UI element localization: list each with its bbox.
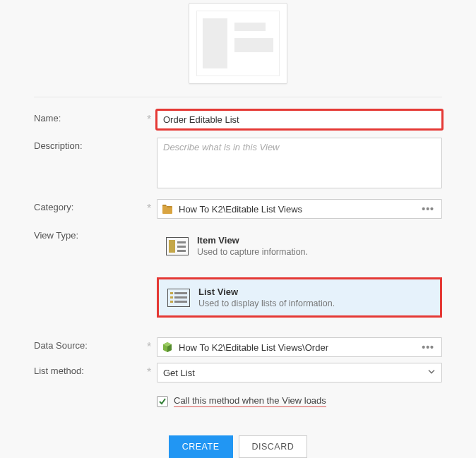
data-source-picker[interactable]: How To K2\Editable List Views\Order ••• [157, 337, 442, 357]
svg-rect-3 [177, 246, 186, 248]
label-description: Description: [34, 138, 147, 151]
item-view-title: Item View [197, 235, 308, 246]
svg-rect-7 [174, 292, 187, 294]
required-mark: * [147, 110, 157, 126]
label-view-type: View Type: [34, 227, 147, 241]
chevron-down-icon [427, 368, 436, 378]
required-mark: * [147, 199, 157, 215]
category-value: How To K2\Editable List Views [179, 204, 413, 215]
name-input[interactable] [157, 110, 442, 129]
required-spacer [147, 138, 157, 142]
list-method-dropdown[interactable]: Get List [157, 363, 442, 382]
required-spacer [147, 388, 157, 392]
item-view-sub: Used to capture information. [197, 247, 308, 257]
svg-rect-6 [170, 292, 173, 294]
data-source-value: How To K2\Editable List Views\Order [179, 342, 413, 353]
view-type-list[interactable]: List View Used to display lists of infor… [157, 277, 442, 318]
label-category: Category: [34, 199, 147, 212]
call-on-load-label: Call this method when the View loads [174, 395, 326, 407]
category-browse-button[interactable]: ••• [419, 204, 437, 214]
list-view-sub: Used to display lists of information. [198, 299, 335, 308]
svg-rect-11 [174, 301, 187, 303]
folder-icon [162, 204, 173, 214]
required-spacer [147, 227, 157, 231]
svg-rect-10 [170, 301, 173, 303]
data-source-browse-button[interactable]: ••• [419, 342, 437, 352]
svg-rect-4 [177, 250, 186, 252]
check-icon [158, 397, 167, 406]
category-picker[interactable]: How To K2\Editable List Views ••• [157, 199, 442, 219]
call-on-load-checkbox[interactable] [157, 396, 168, 407]
svg-rect-9 [174, 296, 187, 299]
label-name: Name: [34, 110, 147, 123]
view-thumbnail [34, 3, 442, 97]
item-view-icon [166, 237, 189, 255]
svg-rect-2 [177, 241, 186, 243]
svg-rect-8 [170, 296, 173, 299]
list-view-title: List View [198, 287, 335, 297]
label-list-method: List method: [34, 363, 147, 376]
view-type-item[interactable]: Item View Used to capture information. [157, 227, 442, 265]
required-mark: * [147, 363, 157, 378]
cube-icon [162, 342, 173, 353]
description-textarea[interactable] [157, 138, 442, 188]
label-data-source: Data Source: [34, 337, 147, 351]
list-method-value: Get List [163, 368, 422, 378]
create-button[interactable]: CREATE [169, 435, 233, 458]
discard-button[interactable]: DISCARD [239, 435, 308, 458]
required-mark: * [147, 337, 157, 353]
label-spacer [34, 388, 147, 391]
svg-rect-1 [169, 240, 175, 253]
list-view-icon [167, 289, 190, 307]
